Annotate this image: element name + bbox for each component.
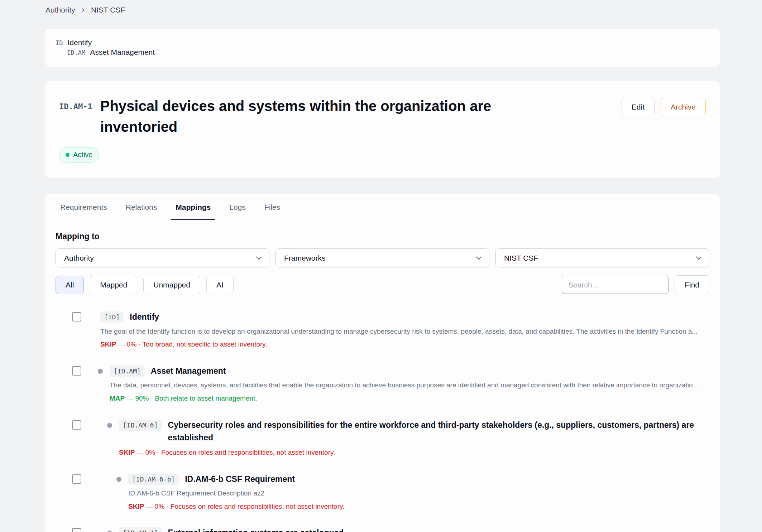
row-description: The goal of the Identify function is to …: [100, 327, 709, 337]
row-code-badge: [ID.AM-6-b]: [128, 474, 179, 485]
row-status: MAP — 90% · Both relate to asset managem…: [110, 394, 709, 403]
table-row: [ID.AM] Asset Management The data, perso…: [56, 365, 709, 403]
breadcrumb-chevron-icon: ›: [82, 5, 85, 14]
edit-button[interactable]: Edit: [622, 98, 655, 116]
page-title: Physical devices and systems within the …: [100, 96, 566, 137]
dropdown-nist-csf[interactable]: NIST CSF: [495, 248, 709, 267]
row-head: [ID.AM-4] External information systems a…: [119, 527, 709, 532]
breadcrumb-authority-link[interactable]: Authority: [45, 6, 75, 14]
row-title[interactable]: Cybersecurity roles and responsibilities…: [168, 419, 709, 444]
table-row: [ID.AM-4] External information systems a…: [56, 527, 709, 532]
row-code-badge: [ID.AM-6]: [119, 420, 162, 431]
hierarchy-item-label: Asset Management: [90, 48, 155, 57]
row-status-label: SKIP: [119, 449, 136, 456]
mapping-selects: Authority Frameworks NIST CSF: [56, 248, 709, 267]
filter-mapped[interactable]: Mapped: [90, 276, 137, 294]
tab-requirements[interactable]: Requirements: [56, 194, 112, 220]
breadcrumb: Authority › NIST CSF: [45, 4, 720, 16]
search-input[interactable]: [562, 276, 668, 294]
bullet-icon: [98, 369, 103, 374]
mapping-results-list: [ID] Identify The goal of the Identify f…: [56, 311, 709, 532]
row-content: [ID.AM-6] Cybersecurity roles and respon…: [119, 419, 709, 458]
mapping-to-heading: Mapping to: [56, 232, 709, 241]
row-title[interactable]: ID.AM-6-b CSF Requirement: [185, 473, 295, 486]
requirement-header-card: ID.AM-1 Physical devices and systems wit…: [45, 81, 720, 178]
tab-relations[interactable]: Relations: [121, 194, 162, 220]
bullet-icon: [107, 423, 112, 428]
row-status-label: SKIP: [128, 503, 146, 510]
row-head: [ID.AM-6] Cybersecurity roles and respon…: [119, 419, 709, 444]
breadcrumb-current: NIST CSF: [91, 6, 125, 14]
dropdown-frameworks[interactable]: Frameworks: [275, 248, 489, 267]
table-row: [ID.AM-6] Cybersecurity roles and respon…: [56, 419, 709, 458]
tabs: RequirementsRelationsMappingsLogsFiles: [45, 194, 720, 220]
row-status-text: — 0% · Focuses on roles and responsibili…: [146, 503, 344, 510]
requirement-code: ID.AM-1: [59, 102, 92, 111]
hierarchy-item[interactable]: ID.AM Asset Management: [67, 48, 709, 57]
row-description: ID.AM-6-b CSF Requirement Description az…: [128, 489, 709, 498]
row-content: [ID.AM] Asset Management The data, perso…: [110, 365, 709, 403]
hierarchy-item-code: ID.AM: [67, 49, 85, 56]
row-status: SKIP — 0% · Too broad, not specific to a…: [100, 340, 709, 349]
row-description: The data, personnel, devices, systems, a…: [110, 381, 709, 390]
row-code-badge: [ID.AM-4]: [119, 527, 162, 532]
row-status-text: — 0% · Too broad, not specific to asset …: [118, 340, 267, 348]
status-badge-label: Active: [73, 151, 92, 159]
row-status-text: — 0% · Focuses on roles and responsibili…: [136, 449, 335, 456]
row-checkbox[interactable]: [72, 420, 81, 430]
tabs-card: RequirementsRelationsMappingsLogsFiles M…: [45, 194, 720, 532]
dropdown-value: NIST CSF: [504, 254, 538, 262]
tab-logs[interactable]: Logs: [225, 194, 250, 220]
status-badge: Active: [59, 147, 99, 163]
status-dot-icon: [66, 153, 70, 157]
row-checkbox[interactable]: [72, 312, 81, 321]
tab-files[interactable]: Files: [260, 194, 285, 220]
page: Authority › NIST CSF ID Identify ID.AM A…: [0, 0, 762, 532]
row-title[interactable]: Asset Management: [151, 365, 226, 378]
row-checkbox[interactable]: [72, 528, 81, 532]
row-content: [ID.AM-6-b] ID.AM-6-b CSF Requirement ID…: [128, 473, 709, 512]
hierarchy-item-label: Identify: [67, 38, 92, 47]
bullet-icon: [116, 477, 121, 482]
row-code-badge: [ID]: [100, 311, 124, 323]
row-status-label: SKIP: [100, 340, 118, 348]
dropdown-value: Frameworks: [284, 254, 326, 262]
row-status-text: — 90% · Both relate to asset management.: [126, 395, 257, 402]
requirement-title-row: ID.AM-1 Physical devices and systems wit…: [59, 96, 706, 137]
chevron-down-icon: [476, 254, 482, 260]
table-row: [ID] Identify The goal of the Identify f…: [56, 311, 709, 349]
archive-button[interactable]: Archive: [661, 98, 706, 116]
tab-mappings[interactable]: Mappings: [171, 194, 215, 220]
row-title[interactable]: External information systems are catalog…: [168, 527, 344, 532]
find-button[interactable]: Find: [675, 275, 709, 294]
filter-all[interactable]: All: [56, 276, 84, 294]
row-head: [ID.AM-6-b] ID.AM-6-b CSF Requirement: [128, 473, 709, 486]
hierarchy-item-code: ID: [56, 39, 63, 47]
mappings-section: Mapping to Authority Frameworks NIST CSF…: [45, 232, 720, 532]
row-status: SKIP — 0% · Focuses on roles and respons…: [119, 448, 709, 458]
bullet-icon: [107, 531, 112, 532]
filter-row: AllMappedUnmappedAI Find: [56, 275, 709, 294]
filter-ai[interactable]: AI: [206, 276, 234, 294]
chevron-down-icon: [696, 254, 702, 260]
hierarchy-card: ID Identify ID.AM Asset Management: [45, 29, 720, 67]
row-code-badge: [ID.AM]: [110, 366, 145, 377]
header-actions: Edit Archive: [622, 98, 706, 116]
filter-buttons: AllMappedUnmappedAI: [56, 276, 234, 294]
row-content: [ID.AM-4] External information systems a…: [119, 527, 709, 532]
row-content: [ID] Identify The goal of the Identify f…: [100, 311, 709, 349]
row-checkbox[interactable]: [72, 474, 81, 484]
row-status: SKIP — 0% · Focuses on roles and respons…: [128, 502, 709, 512]
chevron-down-icon: [256, 254, 262, 260]
dropdown-value: Authority: [64, 254, 94, 262]
dropdown-authority[interactable]: Authority: [56, 248, 269, 267]
row-title[interactable]: Identify: [130, 311, 159, 324]
row-status-label: MAP: [110, 395, 126, 402]
row-checkbox[interactable]: [72, 366, 81, 376]
row-head: [ID] Identify: [100, 311, 709, 324]
row-head: [ID.AM] Asset Management: [110, 365, 709, 378]
table-row: [ID.AM-6-b] ID.AM-6-b CSF Requirement ID…: [56, 473, 709, 512]
hierarchy-item[interactable]: ID Identify: [56, 38, 709, 47]
filter-unmapped[interactable]: Unmapped: [143, 276, 200, 294]
